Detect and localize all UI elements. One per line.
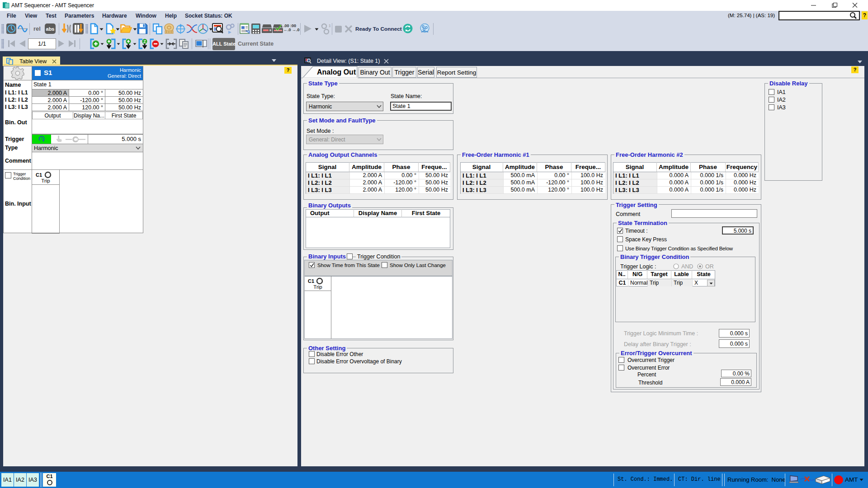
svg-text:1: 1: [329, 23, 330, 28]
svg-text:Z: Z: [143, 39, 146, 44]
